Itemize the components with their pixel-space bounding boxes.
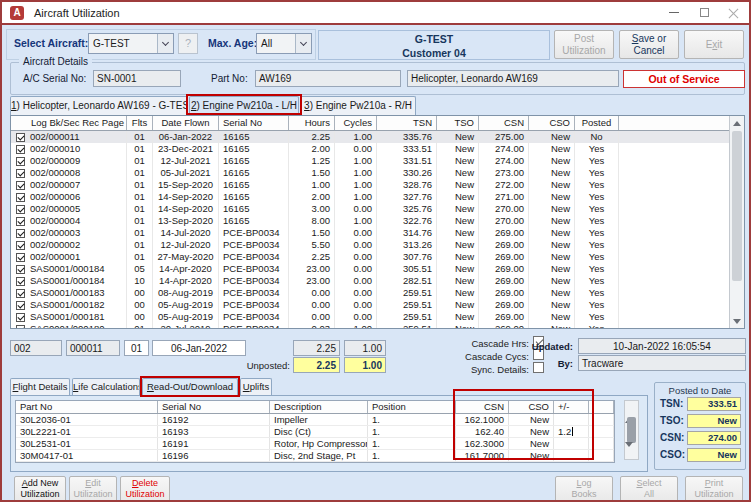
table-cell: New <box>437 215 479 227</box>
dropdown-button[interactable] <box>157 34 173 53</box>
utilization-row[interactable]: SAS0001/0001841014-Apr-2020PCE-BP003423.… <box>11 275 744 287</box>
date-flown-field[interactable]: 06-Jan-2022 <box>152 340 246 356</box>
row-checkbox[interactable] <box>16 169 25 178</box>
scrollbar-thumb[interactable] <box>627 417 636 443</box>
post-utilization-button[interactable]: Post Utilization <box>554 30 614 59</box>
row-checkbox[interactable] <box>16 325 25 330</box>
utilization-row[interactable]: SAS0001/0001810005-Aug-2019PCE-BP00340.0… <box>11 311 744 323</box>
row-checkbox[interactable] <box>16 181 25 190</box>
table-cell[interactable] <box>554 414 589 425</box>
row-checkbox[interactable] <box>16 229 25 238</box>
table-cell[interactable]: 1.2 <box>554 426 589 437</box>
utilization-row[interactable]: SAS0001/0001800120-Jul-2019PCE-BP00340.0… <box>11 323 744 329</box>
print-utilization-button[interactable]: Print Utilization <box>685 476 743 502</box>
row-checkbox[interactable] <box>16 133 25 142</box>
dropdown-button[interactable] <box>295 34 311 53</box>
row-checkbox[interactable] <box>16 205 25 214</box>
utilization-row[interactable]: SAS0001/0001840514-Apr-2020PCE-BP003423.… <box>11 263 744 275</box>
select-all-button[interactable]: Select All <box>620 476 678 502</box>
utilization-row[interactable]: 002/0000080105-Jul-2021161651.501.00330.… <box>11 167 744 179</box>
row-checkbox[interactable] <box>16 313 25 322</box>
row-checkbox[interactable] <box>16 217 25 226</box>
tab-life-calculations[interactable]: Life Calculations <box>72 378 140 396</box>
aircraft-description-field[interactable]: Helicopter, Leonardo AW169 <box>407 70 619 87</box>
utilization-table-scrollbar[interactable] <box>729 116 744 328</box>
log-book-page: 002/000006 <box>30 191 80 203</box>
add-new-utilization-button[interactable]: Add New Utilization <box>14 476 66 502</box>
tab-2-engine-pw210a-l-h[interactable]: 2) Engine Pw210a - L/H <box>189 96 299 115</box>
utilization-row[interactable]: 002/0000040113-Sep-2020161658.001.00322.… <box>11 215 744 227</box>
column-header: Posted <box>575 116 619 130</box>
readout-table: Part NoSerial NoDescriptionPositionCSNCS… <box>15 400 615 463</box>
row-checkbox[interactable] <box>16 253 25 262</box>
row-checkbox[interactable] <box>16 277 25 286</box>
scroll-down-button[interactable] <box>730 314 744 328</box>
max-age-dropdown[interactable]: All <box>256 33 312 54</box>
close-button[interactable] <box>719 2 749 23</box>
tab-read-out-download[interactable]: Read-Out/Download <box>142 378 238 396</box>
scroll-up-button[interactable] <box>730 116 744 130</box>
utilization-row[interactable]: 002/0000110106-Jan-2022161652.251.00335.… <box>11 131 744 143</box>
tab-1-helicopter-leonardo-aw169-g-test[interactable]: 1) Helicopter, Leonardo AW169 - G-TEST <box>10 96 188 115</box>
edit-utilization-button[interactable]: Edit Utilization <box>69 476 117 502</box>
aircraft-dropdown[interactable]: G-TEST <box>88 33 174 54</box>
hours-field[interactable]: 2.25 <box>293 340 340 356</box>
table-cell[interactable] <box>554 438 589 449</box>
row-checkbox[interactable] <box>16 193 25 202</box>
table-cell[interactable] <box>554 450 589 461</box>
utilization-row[interactable]: 002/0000050114-Sep-2020161653.000.00325.… <box>11 203 744 215</box>
table-cell: 23.00 <box>289 275 335 287</box>
utilization-row[interactable]: 002/0000100123-Dec-2021161652.000.00333.… <box>11 143 744 155</box>
utilization-row[interactable]: SAS0001/0001820005-Aug-2019PCE-BP00340.0… <box>11 299 744 311</box>
readout-row[interactable]: 30M0417-0116196Disc, 2nd Stage, Pt1.161.… <box>16 450 614 462</box>
table-cell: 002/000003 <box>11 227 127 239</box>
utilization-row[interactable]: 002/0000030114-Jul-2020PCE-BP00341.500.0… <box>11 227 744 239</box>
part-no-field[interactable]: AW169 <box>255 70 401 87</box>
row-checkbox[interactable] <box>16 289 25 298</box>
table-cell[interactable]: New <box>509 426 554 437</box>
utilization-row[interactable]: 002/0000010127-May-2020PCE-BP00342.250.0… <box>11 251 744 263</box>
scroll-down-button[interactable] <box>625 447 638 459</box>
maximize-button[interactable] <box>689 2 719 23</box>
log-book-field[interactable]: 002 <box>10 340 62 356</box>
table-cell[interactable]: New <box>509 438 554 449</box>
scroll-up-button[interactable] <box>625 401 638 413</box>
table-cell[interactable]: 161.7000 <box>456 450 509 461</box>
table-cell[interactable]: 162.3000 <box>456 438 509 449</box>
table-cell: 01 <box>127 215 153 227</box>
serial-no-field[interactable]: SN-0001 <box>93 70 181 87</box>
help-button[interactable]: ? <box>178 33 198 54</box>
tab-uplifts[interactable]: Uplifts <box>240 378 272 396</box>
readout-row[interactable]: 30L2036-0116192Impeller1.162.1000New <box>16 414 614 426</box>
row-checkbox[interactable] <box>16 157 25 166</box>
minimize-button[interactable] <box>659 2 689 23</box>
utilization-row[interactable]: 002/0000020112-Jul-2020PCE-BP00345.500.0… <box>11 239 744 251</box>
delete-utilization-button[interactable]: Delete Utilization <box>120 476 170 502</box>
table-cell[interactable]: New <box>509 414 554 425</box>
log-books-button[interactable]: Log Books <box>555 476 613 502</box>
utilization-row[interactable]: 002/0000060114-Sep-2020161652.001.00327.… <box>11 191 744 203</box>
utilization-row[interactable]: SAS0001/0001830008-Aug-2019PCE-BP00340.0… <box>11 287 744 299</box>
table-cell: 1. <box>368 438 456 449</box>
row-checkbox[interactable] <box>16 301 25 310</box>
page-no-field[interactable]: 000011 <box>66 340 120 356</box>
readout-row[interactable]: 30L2531-0116191Rotor, Hp Compressor1.162… <box>16 438 614 450</box>
scrollbar-thumb[interactable] <box>732 131 742 281</box>
save-or-cancel-button[interactable]: Save or Cancel <box>619 30 679 59</box>
utilization-row[interactable]: 002/0000070115-Sep-2020161651.001.00328.… <box>11 179 744 191</box>
tab-3-engine-pw210a-r-h[interactable]: 3) Engine Pw210a - R/H <box>300 96 416 115</box>
table-cell[interactable]: New <box>509 450 554 461</box>
flts-field[interactable]: 01 <box>124 340 149 356</box>
row-checkbox[interactable] <box>16 145 25 154</box>
utilization-row[interactable]: 002/0000090112-Jul-2021161651.251.00331.… <box>11 155 744 167</box>
tab-flight-details[interactable]: Flight Details <box>10 378 70 396</box>
cycles-field[interactable]: 1.00 <box>344 340 386 356</box>
row-checkbox[interactable] <box>16 265 25 274</box>
table-cell <box>619 155 744 167</box>
exit-button[interactable]: Exit <box>684 30 744 59</box>
table-cell[interactable]: 162.40 <box>456 426 509 437</box>
readout-row[interactable]: 30L2221-0116193Disc (Ct)1.162.40New1.2 <box>16 426 614 438</box>
readout-scrollbar[interactable] <box>624 400 639 460</box>
table-cell[interactable]: 162.1000 <box>456 414 509 425</box>
row-checkbox[interactable] <box>16 241 25 250</box>
